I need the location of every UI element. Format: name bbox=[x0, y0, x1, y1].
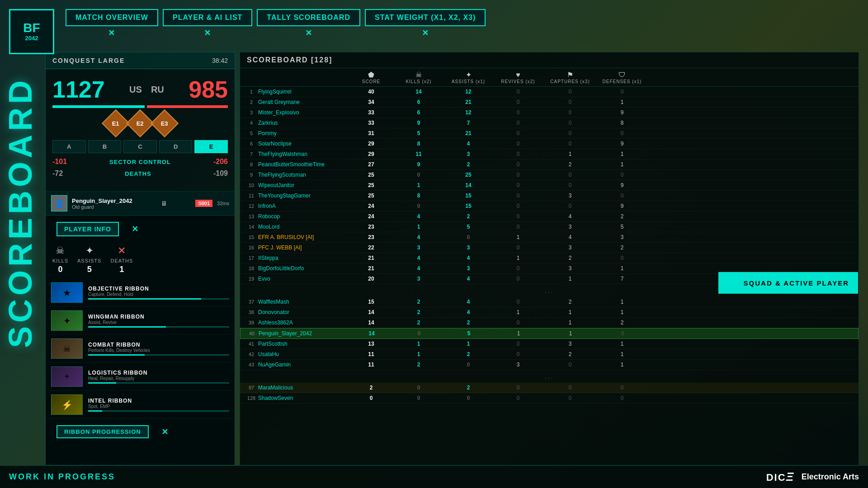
captures-col-icon: ⚑ bbox=[543, 70, 597, 79]
stat-deaths: ✕ DEATHS 1 bbox=[110, 245, 133, 274]
objectives: E1 E2 E3 bbox=[52, 113, 228, 133]
ribbon-progression-label: RIBBON PROGRESSION bbox=[57, 425, 149, 438]
table-row: 97 MaraMalicious 2 0 2 0 0 0 bbox=[240, 383, 859, 393]
table-row: 128 ShadowSeven 0 0 0 0 0 0 bbox=[240, 393, 859, 404]
scoreboard-vertical-text: SCOREBOARD bbox=[0, 54, 41, 371]
squad-active-player-badge: ✕ SQUAD & ACTIVE PLAYER bbox=[718, 272, 858, 294]
player-avatar: 👤 bbox=[51, 195, 67, 211]
table-row: 43 NuAgeGamin 11 2 0 3 0 1 bbox=[240, 360, 859, 370]
table-row: 39 Ashless3862A 14 2 2 0 1 2 bbox=[240, 318, 859, 328]
kills-label: KILLS bbox=[52, 258, 68, 263]
table-row: 38 Donovonator 14 2 4 1 1 1 bbox=[240, 307, 859, 318]
kills-value: 0 bbox=[58, 265, 62, 274]
right-panel: SCOREBOARD [128] ⬟ SCORE ☠ KILLS (x2) ✦ … bbox=[240, 52, 859, 465]
player-squad: S001 bbox=[195, 200, 212, 207]
objective-e2: E2 bbox=[126, 109, 154, 137]
nav-tabs: MATCH OVERVIEW ✕ PLAYER & AI LIST ✕ TALL… bbox=[66, 9, 859, 26]
deaths-icon: ✕ bbox=[118, 245, 126, 257]
sector-control-row: -101 SECTOR CONTROL -206 bbox=[52, 158, 228, 166]
ea-logo: DICΞ Electronic Arts bbox=[766, 470, 859, 484]
sector-b[interactable]: B bbox=[88, 140, 122, 153]
table-row: 7 TheFlyingWalshman 29 11 3 0 1 1 bbox=[240, 149, 859, 160]
monitor-icon: 🖥 bbox=[161, 200, 167, 207]
ribbon-objective-info: OBJECTIVE RIBBON Capture, Defend, Hold bbox=[88, 286, 229, 300]
close-player-info[interactable]: ✕ bbox=[129, 223, 141, 235]
player-name: Penguin_Slayer_2042 bbox=[72, 197, 132, 204]
ribbon-combat-info: COMBAT RIBBON Perform Kills, Destroy Veh… bbox=[88, 342, 229, 356]
player-info-row: PLAYER INFO ✕ bbox=[46, 216, 235, 243]
defenses-col-icon: 🛡 bbox=[597, 71, 647, 79]
dice-logo: DICΞ bbox=[766, 470, 795, 484]
close-ribbon-progression[interactable]: ✕ bbox=[159, 426, 171, 438]
deaths-ru: -109 bbox=[213, 169, 228, 178]
sector-e[interactable]: E bbox=[194, 140, 228, 153]
sector-d[interactable]: D bbox=[159, 140, 193, 153]
deaths-value: 1 bbox=[119, 265, 124, 274]
close-stat-weight[interactable]: ✕ bbox=[422, 28, 429, 38]
objective-e3: E3 bbox=[151, 109, 179, 137]
wip-label: WORK IN PROGRESS bbox=[9, 472, 115, 482]
table-row: 17 IISteppa 21 4 4 1 2 0 bbox=[240, 253, 859, 263]
panels-container: CONQUEST LARGE 38:42 1127 US RU 985 E1 bbox=[45, 52, 859, 465]
ribbon-logistics-info: LOGISTICS RIBBON Heal, Repair, Resupply bbox=[88, 370, 229, 384]
col-kills: ☠ KILLS (x2) bbox=[394, 70, 443, 84]
ribbons-list: ★ OBJECTIVE RIBBON Capture, Defend, Hold… bbox=[46, 279, 235, 419]
player-section: 👤 Penguin_Slayer_2042 Old guard 🖥 S001 3… bbox=[46, 191, 235, 465]
player-info-label: PLAYER INFO bbox=[57, 222, 119, 236]
close-squad-badge[interactable]: ✕ bbox=[727, 277, 740, 289]
scoreboard-col-headers: ⬟ SCORE ☠ KILLS (x2) ✦ ASSISTS (x1) ♥ RE… bbox=[240, 68, 859, 87]
ribbon-logistics-icon: + bbox=[51, 366, 83, 387]
tab-match-overview[interactable]: MATCH OVERVIEW ✕ bbox=[66, 9, 158, 26]
match-content: 1127 US RU 985 E1 E2 E3 A B bbox=[46, 69, 235, 191]
table-row: 37 WafflesMash 15 2 4 0 2 1 bbox=[240, 297, 859, 307]
table-row: 1 FlyingSquirrel 40 14 12 0 0 0 bbox=[240, 87, 859, 97]
team-us-label: US bbox=[129, 84, 142, 95]
player-rank: Old guard bbox=[72, 204, 132, 210]
ribbon-intel-info: INTEL RIBBON Spot, EMP bbox=[88, 398, 229, 412]
table-row: 2 Geralt Greymane 34 6 21 0 0 1 bbox=[240, 97, 859, 108]
stat-assists: ✦ ASSISTS 5 bbox=[77, 245, 101, 274]
deaths-label: DEATHS bbox=[125, 170, 151, 177]
ribbon-combat: ☠ COMBAT RIBBON Perform Kills, Destroy V… bbox=[46, 335, 235, 363]
ea-text: Electronic Arts bbox=[802, 472, 859, 482]
left-panel: CONQUEST LARGE 38:42 1127 US RU 985 E1 bbox=[45, 52, 235, 465]
assists-value: 5 bbox=[87, 265, 92, 274]
table-row: 14 MooLord 23 1 5 0 3 5 bbox=[240, 222, 859, 232]
tab-stat-weight[interactable]: STAT WEIGHT (X1, X2, X3) ✕ bbox=[365, 9, 486, 26]
table-row: 4 Zarkrius 33 9 7 0 0 8 bbox=[240, 118, 859, 128]
table-row: 9 TheFlyingScotsman 25 0 25 0 0 0 bbox=[240, 170, 859, 180]
sector-tabs: A B C D E bbox=[52, 140, 228, 153]
ribbon-logistics: + LOGISTICS RIBBON Heal, Repair, Resuppl… bbox=[46, 363, 235, 391]
table-row: 12 InfronA 24 0 15 0 0 9 bbox=[240, 201, 859, 211]
objective-e1: E1 bbox=[102, 109, 130, 137]
score-ru: 985 bbox=[189, 76, 228, 103]
assists-icon: ✦ bbox=[85, 245, 94, 257]
table-row: 15 EFR A. BRUSILOV [AI] 23 4 0 1 4 3 bbox=[240, 232, 859, 243]
match-mode: CONQUEST LARGE bbox=[52, 57, 125, 64]
kills-icon: ☠ bbox=[56, 245, 65, 257]
table-row: 11 TheYoungStagGamer 25 8 15 0 3 0 bbox=[240, 191, 859, 201]
ribbon-wingman: ✦ WINGMAN RIBBON Assist, Revive bbox=[46, 307, 235, 335]
tab-tally-scoreboard[interactable]: TALLY SCOREBOARD ✕ bbox=[257, 9, 360, 26]
scoreboard-title: SCOREBOARD [128] bbox=[247, 56, 332, 64]
ribbon-wingman-info: WINGMAN RIBBON Assist, Revive bbox=[88, 314, 229, 328]
table-row: 41 PartScottish 13 1 1 0 3 1 bbox=[240, 339, 859, 349]
tab-player-ai-list[interactable]: PLAYER & AI LIST ✕ bbox=[163, 9, 252, 26]
bf-logo: BF 2042 bbox=[9, 9, 54, 54]
sector-a[interactable]: A bbox=[52, 140, 86, 153]
sector-c[interactable]: C bbox=[123, 140, 157, 153]
stat-deaths-label: DEATHS bbox=[110, 258, 133, 263]
kills-col-icon: ☠ bbox=[394, 70, 443, 79]
ribbon-progression-row: RIBBON PROGRESSION ✕ bbox=[46, 419, 235, 445]
table-row: 3 Mister_Explosivo 33 6 12 0 0 9 bbox=[240, 108, 859, 118]
table-row: 40 Penguin_Slayer_2042 14 0 5 1 1 0 bbox=[240, 328, 859, 339]
ribbon-objective-icon: ★ bbox=[51, 282, 83, 303]
stats-row: ☠ KILLS 0 ✦ ASSISTS 5 ✕ DEATHS 1 bbox=[46, 243, 235, 279]
close-tally-scoreboard[interactable]: ✕ bbox=[305, 28, 312, 38]
player-name-block: Penguin_Slayer_2042 Old guard bbox=[72, 197, 132, 210]
score-bars bbox=[52, 105, 228, 108]
score-bar-us bbox=[52, 105, 145, 108]
ribbon-intel: ⚡ INTEL RIBBON Spot, EMP bbox=[46, 391, 235, 419]
close-player-ai-list[interactable]: ✕ bbox=[204, 28, 211, 38]
close-match-overview[interactable]: ✕ bbox=[108, 28, 115, 38]
